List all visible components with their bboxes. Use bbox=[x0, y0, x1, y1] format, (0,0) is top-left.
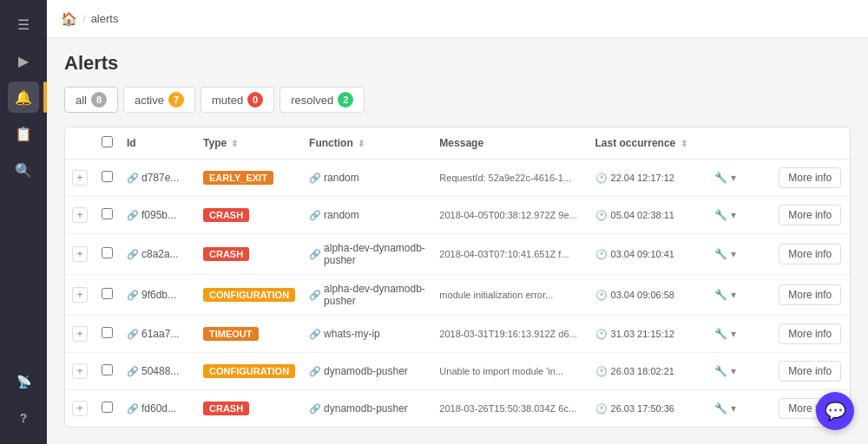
chevron-down-icon-6[interactable]: ▾ bbox=[731, 402, 736, 415]
tab-resolved[interactable]: resolved 2 bbox=[279, 87, 365, 113]
broadcast-icon[interactable]: 📡 bbox=[8, 366, 39, 397]
more-info-button-0[interactable]: More info bbox=[779, 167, 841, 188]
chevron-down-icon-4[interactable]: ▾ bbox=[731, 328, 736, 340]
more-info-button-1[interactable]: More info bbox=[779, 205, 841, 225]
id-link-2[interactable]: 🔗 c8a2a... bbox=[127, 248, 189, 260]
row-expand-3: + bbox=[65, 275, 95, 316]
expand-button-6[interactable]: + bbox=[72, 401, 88, 416]
type-badge-6: CRASH bbox=[203, 402, 249, 415]
col-last-header[interactable]: Last occurrence ⇕ bbox=[589, 127, 707, 160]
chat-bubble[interactable]: 💬 bbox=[816, 392, 854, 430]
row-checkbox-2[interactable] bbox=[102, 247, 113, 258]
expand-button-3[interactable]: + bbox=[72, 287, 88, 303]
chevron-down-icon-0[interactable]: ▾ bbox=[731, 172, 736, 184]
chevron-down-icon-3[interactable]: ▾ bbox=[731, 289, 736, 301]
func-link-icon-2: 🔗 bbox=[309, 249, 321, 260]
wrench-icon-6[interactable]: 🔧 bbox=[714, 402, 727, 415]
row-checkbox-3[interactable] bbox=[102, 288, 113, 299]
home-icon[interactable]: 🏠 bbox=[61, 11, 77, 27]
row-moreinfo-1: More info bbox=[772, 197, 850, 234]
document-icon[interactable]: 📋 bbox=[8, 118, 39, 149]
expand-button-5[interactable]: + bbox=[72, 363, 88, 379]
function-link-2[interactable]: 🔗 alpha-dev-dynamodb-pusher bbox=[309, 242, 425, 266]
more-info-button-4[interactable]: More info bbox=[779, 323, 841, 344]
chevron-down-icon-2[interactable]: ▾ bbox=[731, 248, 736, 260]
function-link-4[interactable]: 🔗 whats-my-ip bbox=[309, 328, 425, 340]
func-link-icon-3: 🔗 bbox=[309, 290, 321, 301]
row-checkbox-1[interactable] bbox=[102, 208, 113, 219]
tab-active[interactable]: active 7 bbox=[123, 87, 195, 113]
id-link-1[interactable]: 🔗 f095b... bbox=[127, 209, 189, 221]
chevron-down-icon-1[interactable]: ▾ bbox=[731, 209, 736, 221]
function-link-5[interactable]: 🔗 dynamodb-pusher bbox=[309, 365, 425, 377]
sidebar-item-alerts[interactable]: 🔔 bbox=[8, 82, 39, 113]
clock-icon-4: 🕐 bbox=[595, 329, 608, 340]
action-icons-2: 🔧 ▾ bbox=[714, 248, 765, 260]
id-link-6[interactable]: 🔗 fd60d... bbox=[127, 402, 189, 415]
occurrence-time-1: 05.04 02:38:11 bbox=[611, 210, 674, 220]
id-value-0: d787e... bbox=[141, 172, 179, 184]
help-icon[interactable]: ? bbox=[8, 402, 39, 434]
wrench-icon-0[interactable]: 🔧 bbox=[714, 172, 727, 184]
row-type-2: CRASH bbox=[196, 234, 302, 275]
id-link-4[interactable]: 🔗 61aa7... bbox=[127, 328, 189, 340]
expand-button-1[interactable]: + bbox=[72, 207, 88, 223]
expand-button-2[interactable]: + bbox=[72, 246, 88, 262]
search-icon[interactable]: 🔍 bbox=[8, 154, 39, 186]
function-link-6[interactable]: 🔗 dynamodb-pusher bbox=[309, 402, 425, 415]
message-text-4: 2018-03-31T19:16:13.912Z d6... bbox=[439, 329, 576, 339]
row-checkbox-0[interactable] bbox=[102, 171, 113, 182]
function-value-2: alpha-dev-dynamodb-pusher bbox=[324, 242, 425, 266]
more-info-button-3[interactable]: More info bbox=[779, 284, 841, 305]
expand-button-0[interactable]: + bbox=[72, 170, 88, 186]
col-id-header: Id bbox=[120, 127, 196, 160]
function-value-3: alpha-dev-dynamodb-pusher bbox=[324, 283, 425, 307]
expand-button-4[interactable]: + bbox=[72, 326, 88, 342]
id-link-5[interactable]: 🔗 50488... bbox=[127, 365, 189, 377]
menu-icon[interactable]: ☰ bbox=[8, 9, 39, 40]
sidebar-item-search[interactable]: 🔍 bbox=[8, 154, 39, 186]
sidebar-item-menu[interactable]: ☰ bbox=[8, 9, 39, 40]
function-link-3[interactable]: 🔗 alpha-dev-dynamodb-pusher bbox=[309, 283, 425, 307]
function-value-6: dynamodb-pusher bbox=[324, 402, 408, 415]
last-occurrence-6: 🕐 26.03 17:50:36 bbox=[595, 403, 700, 415]
col-moreinfo-header bbox=[772, 127, 850, 160]
more-info-button-2[interactable]: More info bbox=[779, 244, 841, 264]
occurrence-time-3: 03.04 09:06:58 bbox=[611, 290, 674, 300]
last-occurrence-4: 🕐 31.03 21:15:12 bbox=[595, 329, 700, 340]
sidebar-item-docs[interactable]: 📋 bbox=[8, 118, 39, 149]
id-link-3[interactable]: 🔗 9f6db... bbox=[127, 289, 189, 301]
wrench-icon-4[interactable]: 🔧 bbox=[714, 328, 727, 340]
function-link-1[interactable]: 🔗 random bbox=[309, 209, 425, 221]
col-function-header[interactable]: Function ⇕ bbox=[302, 127, 432, 160]
row-checkbox-4[interactable] bbox=[102, 327, 113, 338]
tab-all[interactable]: all 8 bbox=[64, 87, 118, 113]
row-function-4: 🔗 whats-my-ip bbox=[302, 316, 432, 353]
row-checkbox-5[interactable] bbox=[102, 364, 113, 375]
wrench-icon-2[interactable]: 🔧 bbox=[714, 248, 727, 260]
more-info-button-5[interactable]: More info bbox=[779, 361, 841, 382]
col-type-header[interactable]: Type ⇕ bbox=[196, 127, 302, 160]
chevron-down-icon-5[interactable]: ▾ bbox=[731, 365, 736, 377]
table-header-row: Id Type ⇕ Function ⇕ Message Last occurr… bbox=[65, 127, 850, 160]
topnav: 🏠 / alerts bbox=[47, 0, 868, 38]
table-row: + 🔗 f095b... CRASH 🔗 random 2018-04-05T0… bbox=[65, 197, 850, 234]
select-all-checkbox[interactable] bbox=[102, 136, 113, 147]
id-link-0[interactable]: 🔗 d787e... bbox=[127, 172, 189, 184]
play-icon[interactable]: ▶ bbox=[8, 45, 39, 76]
tab-active-label: active bbox=[135, 94, 164, 107]
function-link-0[interactable]: 🔗 random bbox=[309, 172, 425, 184]
row-checkbox-6[interactable] bbox=[102, 402, 113, 413]
wrench-icon-3[interactable]: 🔧 bbox=[714, 289, 727, 301]
tab-active-badge: 7 bbox=[168, 92, 184, 108]
sidebar-item-play[interactable]: ▶ bbox=[8, 45, 39, 76]
table-row: + 🔗 50488... CONFIGURATION 🔗 dynamodb-pu… bbox=[65, 353, 850, 390]
link-icon-5: 🔗 bbox=[127, 366, 139, 377]
alert-icon[interactable]: 🔔 bbox=[8, 82, 39, 113]
wrench-icon-1[interactable]: 🔧 bbox=[714, 209, 727, 221]
row-last-2: 🕐 03.04 09:10:41 bbox=[589, 234, 707, 275]
occurrence-time-4: 31.03 21:15:12 bbox=[611, 329, 674, 339]
func-link-icon-5: 🔗 bbox=[309, 366, 321, 377]
wrench-icon-5[interactable]: 🔧 bbox=[714, 365, 727, 377]
tab-muted[interactable]: muted 0 bbox=[201, 87, 274, 113]
